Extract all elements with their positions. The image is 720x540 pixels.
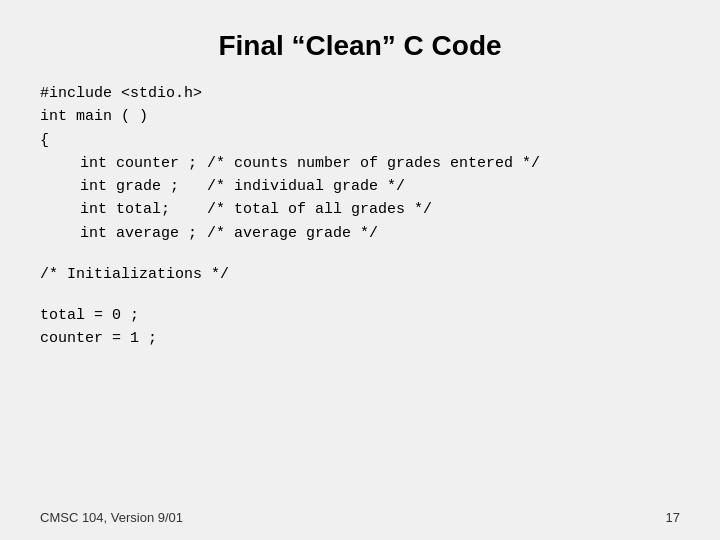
code-content: #include <stdio.h> int main ( ) { int co… bbox=[40, 82, 680, 351]
declarations-block: int counter ; /* counts number of grades… bbox=[40, 152, 540, 245]
slide-title: Final “Clean” C Code bbox=[40, 20, 680, 62]
declaration-total: int total; /* total of all grades */ bbox=[80, 198, 540, 221]
main-line: int main ( ) bbox=[40, 105, 680, 128]
include-line: #include <stdio.h> bbox=[40, 82, 680, 105]
slide-footer: CMSC 104, Version 9/01 17 bbox=[40, 510, 680, 525]
open-brace: { bbox=[40, 129, 680, 152]
init-comment: /* Initializations */ bbox=[40, 263, 680, 286]
footer-right: 17 bbox=[666, 510, 680, 525]
footer-left: CMSC 104, Version 9/01 bbox=[40, 510, 183, 525]
declaration-counter: int counter ; /* counts number of grades… bbox=[80, 152, 540, 175]
declaration-grade: int grade ; /* individual grade */ bbox=[80, 175, 540, 198]
init-total: total = 0 ; bbox=[40, 304, 680, 327]
declaration-average: int average ; /* average grade */ bbox=[80, 222, 540, 245]
slide: Final “Clean” C Code #include <stdio.h> … bbox=[0, 0, 720, 540]
init-counter: counter = 1 ; bbox=[40, 327, 680, 350]
